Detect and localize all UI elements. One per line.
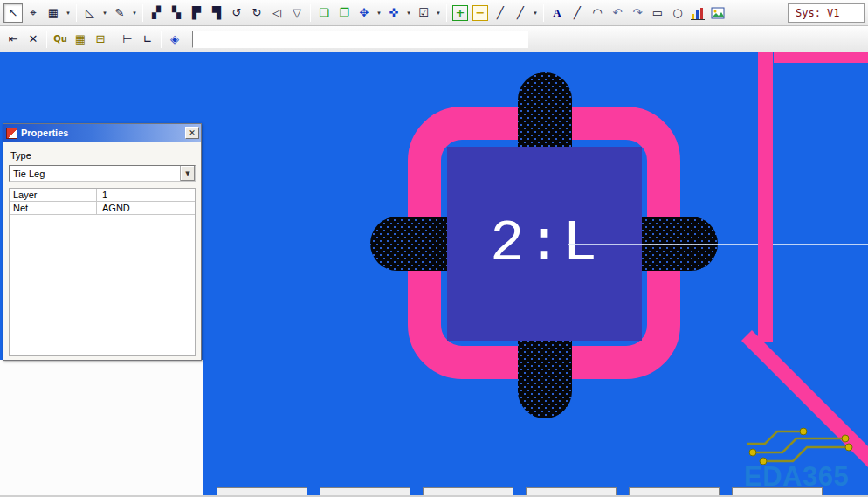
polyline-tool-icon[interactable]: ╱ <box>511 3 530 23</box>
main-toolbar: ↖ ⌖ ▦ ▾ ◺ ▾ ✎ ▾ ▞ ▚ ▛ ▜ ↺ ↻ ◁ ▽ ❏ ❐ ✥ ▾ … <box>0 0 868 26</box>
trace-width-icon[interactable]: ⇤ <box>3 30 23 49</box>
rotate-ccw-icon[interactable]: ↺ <box>227 3 246 23</box>
properties-dialog-titlebar[interactable]: Properties ✕ <box>3 124 201 142</box>
flip-horizontal-icon[interactable]: ◁ <box>267 3 286 23</box>
type-combobox-value: Tie Leg <box>10 166 180 181</box>
undo-icon[interactable]: ↶ <box>608 3 627 23</box>
route-toolbar: ⇤ ✕ Qu ▦ ⊟ ⊢ ∟ ◈ <box>0 26 868 52</box>
layer-tab[interactable] <box>217 487 307 495</box>
toolbar-separator <box>310 4 311 22</box>
grid-tool-icon[interactable]: ▦ <box>44 3 63 23</box>
bar-chart-icon[interactable] <box>688 3 707 23</box>
line-tool-icon[interactable]: ╱ <box>491 3 510 23</box>
snap-grid-icon[interactable]: ▦ <box>71 30 90 49</box>
property-row-net[interactable]: Net AGND <box>10 202 195 215</box>
drawing-line-icon[interactable]: ╱ <box>568 3 587 23</box>
ratsnest-line <box>568 244 868 245</box>
paste-icon[interactable]: ❐ <box>334 3 354 23</box>
grid-tool-dropdown[interactable]: ▾ <box>64 3 72 23</box>
chevron-down-icon[interactable]: ▼ <box>180 166 195 181</box>
pcb-router-window: ↖ ⌖ ▦ ▾ ◺ ▾ ✎ ▾ ▞ ▚ ▛ ▜ ↺ ↻ ◁ ▽ ❏ ❐ ✥ ▾ … <box>0 0 868 497</box>
scheme-indicator-label: Sys: V1 <box>796 7 840 19</box>
properties-dialog-body: Type Tie Leg ▼ Layer 1 Net AGND <box>3 142 201 362</box>
flip-vertical-icon[interactable]: ▽ <box>287 3 307 23</box>
corner-mode-icon[interactable]: ◺ <box>80 3 100 23</box>
toolbar-separator <box>76 4 77 22</box>
move-tool-dropdown[interactable]: ▾ <box>375 3 383 23</box>
add-item-icon[interactable]: + <box>452 5 468 21</box>
bar-chart-glyph <box>691 6 705 20</box>
select-tool-icon[interactable]: ↖ <box>3 3 23 23</box>
type-combobox[interactable]: Tie Leg ▼ <box>9 165 196 182</box>
image-viewer-icon[interactable] <box>708 3 727 23</box>
redo-icon[interactable]: ↷ <box>628 3 647 23</box>
remove-item-icon[interactable]: − <box>472 5 488 21</box>
route-mode-icon-3[interactable]: ▛ <box>187 3 206 23</box>
toolbar-separator <box>543 4 544 22</box>
spread-tool-dropdown[interactable]: ▾ <box>404 3 413 23</box>
arc-mode-dropdown[interactable]: ▾ <box>130 3 139 23</box>
properties-dialog-icon <box>6 128 17 139</box>
command-input[interactable] <box>192 31 528 48</box>
design-canvas[interactable]: 2:L EDA365 <box>0 52 868 495</box>
copy-icon[interactable]: ❏ <box>314 3 334 23</box>
property-name: Layer <box>10 189 97 201</box>
watermark: EDA365 <box>744 419 866 493</box>
toolbar-separator <box>142 4 143 22</box>
layer-tab[interactable] <box>629 487 720 495</box>
layer-tab[interactable] <box>320 487 410 495</box>
layer-tab[interactable] <box>526 487 617 495</box>
corner-mode-dropdown[interactable]: ▾ <box>100 3 109 23</box>
quick-measure-icon[interactable]: Qu <box>51 30 70 49</box>
rotate-cw-icon[interactable]: ↻ <box>247 3 266 23</box>
scheme-indicator[interactable]: Sys: V1 <box>788 3 865 23</box>
properties-dialog-title: Properties <box>21 128 185 138</box>
selection-filter-icon[interactable]: ⌖ <box>24 3 43 23</box>
text-tool-icon[interactable]: A <box>548 3 567 23</box>
layer-tab[interactable] <box>423 487 513 495</box>
circle-tool-icon[interactable]: ○ <box>668 3 687 23</box>
rectangle-tool-icon[interactable]: ▭ <box>648 3 667 23</box>
copper-trace-vertical[interactable] <box>758 52 773 342</box>
move-tool-icon[interactable]: ✥ <box>355 3 374 23</box>
dock-panel <box>0 360 203 495</box>
properties-grid: Layer 1 Net AGND <box>9 188 196 356</box>
image-glyph <box>711 6 725 20</box>
property-value: AGND <box>97 202 195 214</box>
spread-tool-icon[interactable]: ✜ <box>384 3 403 23</box>
logo-traces <box>744 419 866 465</box>
route-mode-icon-2[interactable]: ▚ <box>167 3 186 23</box>
drawing-arc-icon[interactable]: ◠ <box>588 3 607 23</box>
delete-trace-icon[interactable]: ✕ <box>24 30 43 49</box>
toolbar-separator <box>114 31 114 48</box>
properties-dialog: Properties ✕ Type Tie Leg ▼ Layer 1 Net … <box>3 123 202 361</box>
toolbar-separator <box>446 4 447 22</box>
hierarchy-icon[interactable]: ⊢ <box>118 30 137 49</box>
toolbar-separator <box>161 31 162 48</box>
route-mode-icon-4[interactable]: ▜ <box>207 3 226 23</box>
close-icon[interactable]: ✕ <box>185 127 199 139</box>
miter-corner-icon[interactable]: ∟ <box>138 30 157 49</box>
options-check-icon[interactable]: ☑ <box>414 3 433 23</box>
fit-view-icon[interactable]: ◈ <box>165 30 184 49</box>
property-value: 1 <box>97 189 195 201</box>
toolbar-separator <box>46 31 47 48</box>
options-check-dropdown[interactable]: ▾ <box>434 3 443 23</box>
route-mode-icon-1[interactable]: ▞ <box>147 3 166 23</box>
ruler-icon[interactable]: ⊟ <box>91 30 110 49</box>
layer-tab[interactable] <box>732 487 823 495</box>
arc-mode-icon[interactable]: ✎ <box>110 3 129 23</box>
property-row-layer[interactable]: Layer 1 <box>10 189 195 202</box>
polyline-tool-dropdown[interactable]: ▾ <box>531 3 540 23</box>
property-name: Net <box>10 202 97 214</box>
type-label: Type <box>10 150 196 161</box>
copper-trace-top[interactable] <box>774 52 868 63</box>
